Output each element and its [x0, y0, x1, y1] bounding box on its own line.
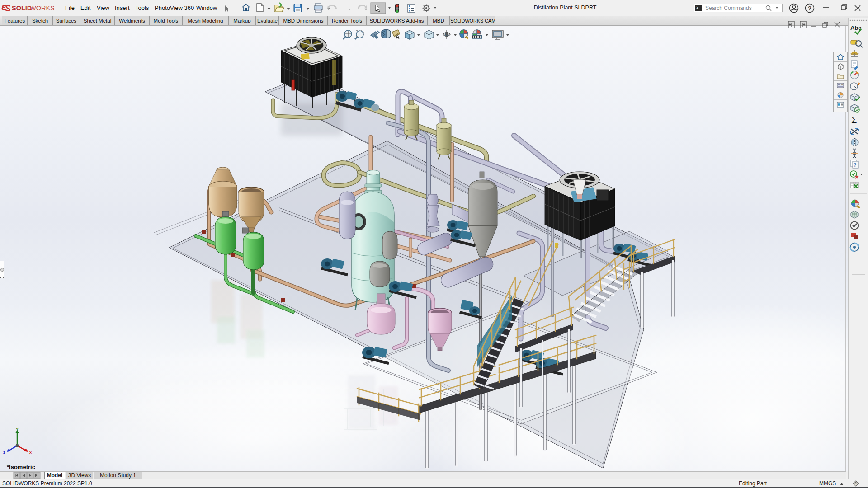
svg-text:z: z — [3, 450, 5, 455]
svg-text:x: x — [29, 450, 32, 455]
svg-text:Y: Y — [16, 427, 19, 432]
svg-text:Σ: Σ — [851, 115, 857, 125]
svg-text:?: ? — [808, 5, 811, 12]
svg-text:A: A — [396, 34, 400, 40]
svg-text:Search Commands: Search Commands — [705, 5, 752, 11]
svg-text:WORKS: WORKS — [30, 5, 55, 12]
svg-text:SOLID: SOLID — [12, 5, 32, 12]
svg-text:?: ? — [854, 162, 857, 168]
svg-text:>_: >_ — [696, 5, 701, 10]
